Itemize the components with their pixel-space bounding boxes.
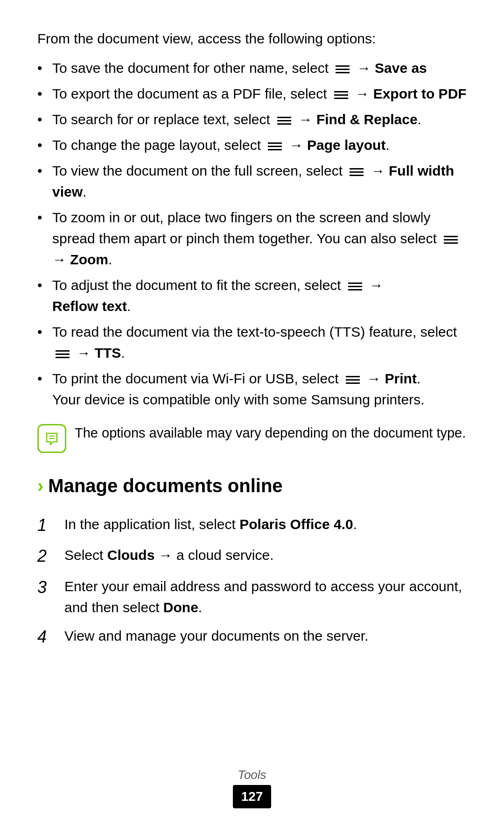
find-replace-label: Find & Replace xyxy=(316,112,418,127)
svg-rect-18 xyxy=(348,283,362,284)
svg-rect-6 xyxy=(277,117,291,118)
step-2: 2 Select Clouds → a cloud service. xyxy=(37,544,467,568)
step-number: 2 xyxy=(37,544,61,568)
svg-rect-16 xyxy=(444,239,458,240)
bullet-dot: • xyxy=(37,160,50,181)
step-3: 3 Enter your email address and password … xyxy=(37,576,467,618)
step-number: 3 xyxy=(37,576,61,599)
print-label: Print xyxy=(385,371,417,386)
section-chevron-icon: › xyxy=(37,472,43,500)
svg-rect-0 xyxy=(336,65,350,67)
svg-rect-9 xyxy=(268,142,282,144)
bullet-content: To print the document via Wi-Fi or USB, … xyxy=(52,368,467,410)
page-layout-label: Page layout xyxy=(307,137,385,153)
list-item: • To change the page layout, select → Pa… xyxy=(37,134,467,156)
svg-rect-25 xyxy=(346,379,360,381)
svg-rect-5 xyxy=(334,98,348,99)
bullet-dot: • xyxy=(37,321,50,342)
svg-rect-17 xyxy=(444,242,458,244)
bullet-dot: • xyxy=(37,275,50,296)
bullet-dot: • xyxy=(37,83,50,104)
bullet-content: To zoom in or out, place two fingers on … xyxy=(52,207,467,270)
footer-label: Tools xyxy=(0,766,504,784)
reflow-label: Reflow text xyxy=(52,298,127,314)
menu-icon xyxy=(333,87,350,101)
section-heading-text: Manage documents online xyxy=(48,472,282,500)
bullet-content: To view the document on the full screen,… xyxy=(52,160,467,202)
export-to-label: Export to PDF xyxy=(373,86,467,101)
svg-rect-26 xyxy=(346,382,360,384)
bullet-dot: • xyxy=(37,134,50,156)
list-item: • To export the document as a PDF file, … xyxy=(37,83,467,104)
list-item: • To zoom in or out, place two fingers o… xyxy=(37,207,467,270)
svg-rect-13 xyxy=(350,171,364,173)
bullet-content: To export the document as a PDF file, se… xyxy=(52,83,467,104)
tts-label: TTS xyxy=(95,345,121,360)
svg-rect-11 xyxy=(268,149,282,150)
step-number: 4 xyxy=(37,625,61,649)
svg-rect-20 xyxy=(348,289,362,290)
bullet-dot: • xyxy=(37,207,50,228)
step-content: Select Clouds → a cloud service. xyxy=(64,544,467,565)
svg-rect-2 xyxy=(336,72,350,73)
step-content: In the application list, select Polaris … xyxy=(64,514,467,535)
svg-rect-7 xyxy=(277,120,291,121)
bullet-content: To search for or replace text, select → … xyxy=(52,109,467,130)
menu-icon xyxy=(344,372,361,386)
menu-icon xyxy=(266,138,283,152)
step-content: Enter your email address and password to… xyxy=(64,576,467,618)
section-heading: › Manage documents online xyxy=(37,472,467,500)
note-box: The options available may vary depending… xyxy=(37,423,467,453)
options-list: • To save the document for other name, s… xyxy=(37,57,467,410)
list-item: • To print the document via Wi-Fi or USB… xyxy=(37,368,467,410)
zoom-label: Zoom xyxy=(70,252,108,267)
bullet-dot: • xyxy=(37,109,50,130)
svg-rect-19 xyxy=(348,286,362,287)
svg-rect-1 xyxy=(336,69,350,70)
bullet-content: To adjust the document to fit the screen… xyxy=(52,275,467,317)
step-content: View and manage your documents on the se… xyxy=(64,625,467,646)
svg-rect-23 xyxy=(56,357,70,358)
note-text: The options available may vary depending… xyxy=(75,423,466,444)
bullet-dot: • xyxy=(37,368,50,389)
menu-icon xyxy=(347,278,364,292)
list-item: • To search for or replace text, select … xyxy=(37,109,467,130)
bullet-content: To read the document via the text-to-spe… xyxy=(52,321,467,363)
full-width-label: Full width view xyxy=(52,163,454,199)
bullet-dot: • xyxy=(37,57,50,78)
menu-icon xyxy=(442,232,459,246)
numbered-steps: 1 In the application list, select Polari… xyxy=(37,514,467,649)
list-item: • To view the document on the full scree… xyxy=(37,160,467,202)
save-as-label: Save as xyxy=(375,60,427,76)
page-number: 127 xyxy=(233,785,272,808)
menu-icon xyxy=(334,61,351,75)
svg-rect-3 xyxy=(334,91,348,92)
svg-rect-14 xyxy=(350,175,364,176)
svg-rect-10 xyxy=(268,146,282,147)
step-4: 4 View and manage your documents on the … xyxy=(37,625,467,649)
step-1: 1 In the application list, select Polari… xyxy=(37,514,467,537)
svg-rect-15 xyxy=(444,236,458,237)
step-number: 1 xyxy=(37,514,61,537)
menu-icon xyxy=(348,164,365,178)
svg-rect-22 xyxy=(56,353,70,355)
svg-rect-21 xyxy=(56,350,70,352)
svg-rect-12 xyxy=(350,168,364,170)
intro-paragraph: From the document view, access the follo… xyxy=(37,28,467,49)
bullet-content: To change the page layout, select → Page… xyxy=(52,134,467,156)
list-item: • To adjust the document to fit the scre… xyxy=(37,275,467,317)
svg-rect-8 xyxy=(277,123,291,125)
svg-rect-4 xyxy=(334,94,348,96)
menu-icon xyxy=(276,113,293,127)
list-item: • To read the document via the text-to-s… xyxy=(37,321,467,363)
bullet-content: To save the document for other name, sel… xyxy=(52,57,467,78)
list-item: • To save the document for other name, s… xyxy=(37,57,467,78)
svg-rect-24 xyxy=(346,376,360,377)
page-footer: Tools 127 xyxy=(0,766,504,808)
note-icon xyxy=(37,424,66,453)
menu-icon xyxy=(54,346,71,360)
